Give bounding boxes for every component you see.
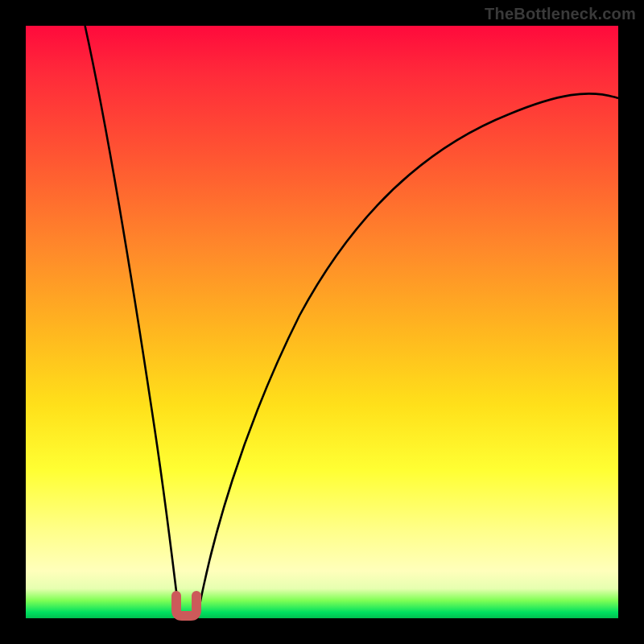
bottleneck-curve bbox=[26, 26, 618, 618]
plot-area bbox=[26, 26, 618, 618]
watermark-label: TheBottleneck.com bbox=[485, 5, 636, 23]
chart-frame: TheBottleneck.com bbox=[0, 0, 644, 644]
curve-right bbox=[197, 93, 618, 618]
curve-left bbox=[85, 26, 180, 618]
valley-marker bbox=[176, 596, 196, 616]
